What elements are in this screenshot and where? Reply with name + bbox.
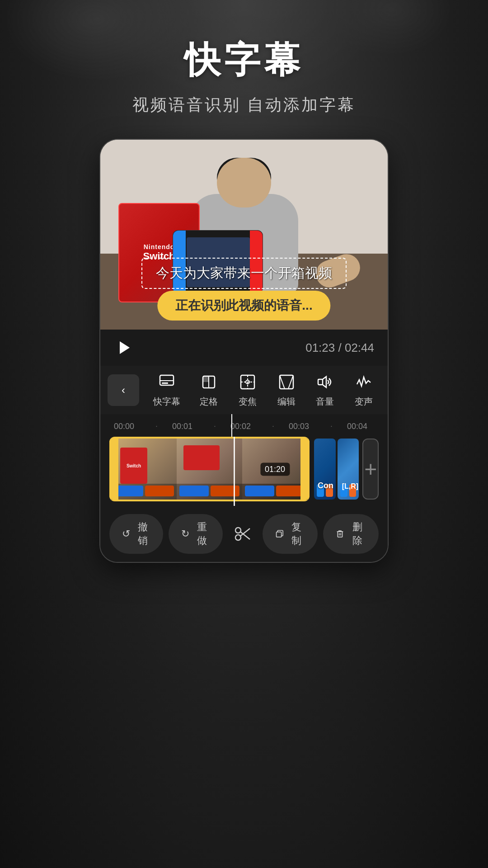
play-button[interactable] (114, 338, 134, 358)
selected-clip-group[interactable]: Switch (109, 437, 310, 501)
svg-rect-5 (203, 376, 209, 382)
subtitle-text: 今天为大家带来一个开箱视频 (156, 265, 332, 280)
zoom-icon (238, 372, 258, 392)
processing-text: 正在识别此视频的语音... (175, 298, 312, 312)
tools-bar: ‹ 快字幕 (100, 366, 388, 414)
main-content: 快字幕 视频语音识别 自动添加字幕 Nintendo Switch (0, 0, 488, 868)
playback-bar: 01:23 / 02:44 (100, 330, 388, 366)
video-preview: Nintendo Switch 今天为大家带来一个开箱视频 正在识别此视频的语音… (100, 140, 388, 330)
freeze-icon (199, 372, 219, 392)
con-label: Con (318, 481, 333, 491)
clips-container: Switch (100, 437, 388, 506)
clip-thumb-4[interactable]: Con (314, 439, 336, 500)
tools-list: 快字幕 定格 (139, 372, 388, 408)
redo-label: 重做 (194, 520, 210, 547)
tool-edit-label: 编辑 (277, 396, 296, 408)
svg-line-12 (288, 375, 293, 389)
svg-rect-19 (338, 532, 343, 537)
undo-icon: ↺ (122, 528, 130, 540)
plus-icon: + (364, 458, 377, 480)
ruler-marks: 00:00 · 00:01 · 00:02 · 00:03 · 00:04 (100, 418, 388, 435)
copy-label: 复制 (288, 520, 305, 547)
delete-label: 删除 (349, 520, 366, 547)
redo-button[interactable]: ↻ 重做 (169, 514, 222, 554)
page-subtitle: 视频语音识别 自动添加字幕 (132, 94, 356, 116)
phone-mockup: Nintendo Switch 今天为大家带来一个开箱视频 正在识别此视频的语音… (99, 139, 389, 563)
svg-rect-13 (318, 379, 323, 385)
chevron-left-icon: ‹ (122, 384, 125, 396)
ruler-time-0: 00:00 (114, 422, 141, 431)
voice-icon (354, 372, 374, 392)
volume-icon (315, 372, 335, 392)
tool-zoom-label: 变焦 (239, 396, 257, 408)
bottom-action-bar: ↺ 撤销 ↻ 重做 复制 (100, 506, 388, 562)
tool-volume-label: 音量 (316, 396, 334, 408)
tool-freeze-label: 定格 (200, 396, 218, 408)
copy-button[interactable]: 复制 (263, 514, 318, 554)
svg-rect-18 (276, 532, 281, 537)
undo-button[interactable]: ↺ 撤销 (109, 514, 163, 554)
scissors-icon (233, 524, 253, 544)
subtitles-icon (157, 372, 177, 392)
timeline-ruler: 00:00 · 00:01 · 00:02 · 00:03 · 00:04 (100, 414, 388, 437)
ruler-time-3: 00:03 (289, 422, 316, 431)
tool-volume[interactable]: 音量 (315, 372, 335, 408)
delete-button[interactable]: 删除 (323, 514, 379, 554)
time-display: 01:23 / 02:44 (305, 341, 374, 355)
svg-line-11 (280, 375, 285, 389)
svg-rect-2 (162, 382, 168, 384)
clip-thumb-3[interactable]: 01:20 (242, 439, 308, 500)
play-icon (120, 341, 130, 354)
edit-icon (277, 372, 296, 392)
clip-thumb-1[interactable]: Switch (111, 439, 177, 500)
processing-badge: 正在识别此视频的语音... (157, 291, 330, 321)
back-button[interactable]: ‹ (108, 374, 139, 406)
delete-icon (336, 529, 344, 539)
clip-timestamp: 01:20 (260, 462, 290, 476)
tool-subtitles-label: 快字幕 (153, 396, 180, 408)
redo-icon: ↻ (181, 528, 189, 540)
scissors-button[interactable] (228, 519, 257, 548)
page-title: 快字幕 (132, 36, 356, 85)
timeline-cursor (231, 414, 232, 437)
subtitle-overlay-box: 今天为大家带来一个开箱视频 (141, 258, 347, 289)
copy-icon (275, 529, 284, 539)
ruler-time-4: 00:04 (347, 422, 374, 431)
tool-subtitles[interactable]: 快字幕 (153, 372, 180, 408)
tool-voice[interactable]: 变声 (354, 372, 374, 408)
ruler-time-2: 00:02 (230, 422, 258, 431)
ruler-time-1: 00:01 (172, 422, 199, 431)
clip-thumb-5[interactable]: [L,R] (338, 439, 359, 500)
tool-freeze[interactable]: 定格 (199, 372, 219, 408)
undo-label: 撤销 (135, 520, 150, 547)
clips-strip: Switch (100, 437, 388, 506)
person-head (217, 158, 271, 208)
tool-voice-label: 变声 (355, 396, 373, 408)
tool-zoom[interactable]: 变焦 (238, 372, 258, 408)
tool-edit[interactable]: 编辑 (277, 372, 296, 408)
add-clip-button[interactable]: + (362, 439, 379, 500)
clip-thumb-2[interactable] (177, 439, 242, 500)
header-section: 快字幕 视频语音识别 自动添加字幕 (132, 36, 356, 116)
